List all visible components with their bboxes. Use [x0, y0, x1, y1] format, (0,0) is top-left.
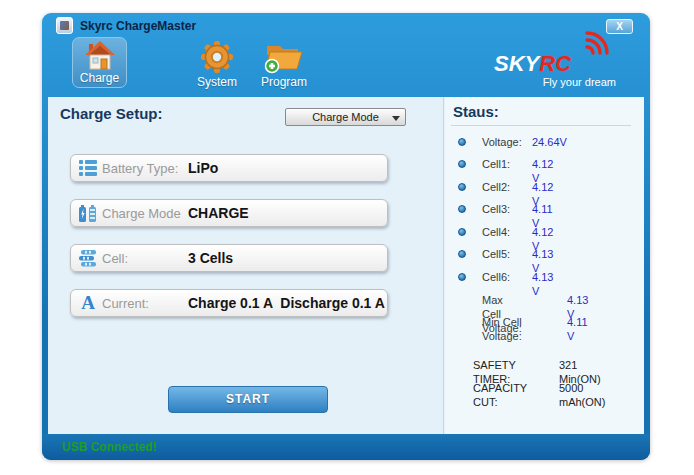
gear-icon: [187, 39, 247, 75]
app-icon: [56, 17, 73, 34]
status-label: Cell2:: [482, 180, 510, 194]
status-value: 5000 mAh(ON): [559, 381, 605, 409]
status-label: Cell6:: [482, 270, 510, 284]
charge-mode-field[interactable]: Charge Mode CHARGE: [70, 199, 388, 227]
main-content: Charge Setup: Charge Mode Battery: [48, 97, 644, 434]
bullet-icon: [458, 183, 466, 191]
battery-type-field[interactable]: Battery Type: LiPo: [70, 154, 388, 182]
status-panel: Staus: Voltage:24.64V Cell1:4.12 V Cell2…: [445, 97, 644, 434]
current-label: Current:: [100, 296, 188, 311]
list-icon: [76, 159, 100, 177]
status-label: Cell3:: [482, 202, 510, 216]
status-label: Min Cell Voltage:: [482, 315, 522, 343]
charge-mode-dropdown[interactable]: Charge Mode: [285, 108, 406, 126]
bullet-icon: [458, 228, 466, 236]
current-field[interactable]: A Current: Charge 0.1 A Discharge 0.1 A: [70, 289, 388, 317]
header: Skyrc ChargeMaster X Charge: [42, 13, 650, 97]
status-value: 4.11 V: [567, 315, 588, 343]
toolbar-item-charge[interactable]: Charge: [72, 37, 127, 88]
bullet-icon: [458, 250, 466, 258]
status-value: 4.13 V: [532, 270, 553, 298]
folder-plus-icon: [254, 39, 314, 75]
bullet-icon: [458, 273, 466, 281]
ampere-icon: A: [76, 294, 100, 312]
chevron-down-icon: [392, 116, 400, 121]
charge-mode-label: Charge Mode: [100, 206, 188, 221]
signal-arcs-icon: [580, 25, 614, 59]
logo-sky: SKY: [494, 51, 539, 76]
logo-wordmark: SKYRC: [494, 51, 571, 77]
toolbar-label-system: System: [187, 75, 247, 89]
toolbar-label-program: Program: [254, 75, 314, 89]
usb-connected-message: USB Connected!: [62, 440, 157, 454]
bullet-icon: [458, 205, 466, 213]
charge-setup-panel: Charge Setup: Charge Mode Battery: [48, 97, 444, 434]
toolbar-label-charge: Charge: [73, 71, 126, 85]
status-value: 24.64V: [532, 135, 567, 149]
status-label: CAPACITY CUT:: [473, 381, 527, 409]
cell-field[interactable]: Cell: 3 Cells: [70, 244, 388, 272]
logo-rc: RC: [539, 51, 571, 76]
charge-setup-heading: Charge Setup:: [60, 105, 163, 122]
cells-icon: [76, 249, 100, 268]
charge-mode-value: CHARGE: [188, 205, 249, 221]
start-button[interactable]: START: [168, 386, 328, 413]
status-label: Cell5:: [482, 247, 510, 261]
current-value: Charge 0.1 A Discharge 0.1 A: [188, 295, 385, 311]
toolbar-item-program[interactable]: Program: [254, 39, 314, 89]
brand-logo: SKYRC Fly your dream: [492, 25, 616, 95]
cell-label: Cell:: [100, 251, 188, 266]
battery-icon: [76, 204, 100, 223]
window-title: Skyrc ChargeMaster: [80, 19, 196, 33]
battery-type-label: Battery Type:: [100, 161, 188, 176]
status-divider: [451, 125, 631, 126]
status-label: Cell1:: [482, 157, 510, 171]
status-heading: Staus:: [453, 103, 499, 120]
charge-mode-dropdown-value: Charge Mode: [312, 111, 379, 123]
status-label: Cell4:: [482, 225, 510, 239]
bullet-icon: [458, 160, 466, 168]
status-label: Voltage:: [482, 135, 522, 149]
toolbar-item-system[interactable]: System: [187, 39, 247, 89]
status-bar: USB Connected!: [42, 434, 650, 460]
app-window: Skyrc ChargeMaster X Charge: [42, 13, 650, 460]
battery-type-value: LiPo: [188, 160, 218, 176]
cell-value: 3 Cells: [188, 250, 233, 266]
logo-tagline: Fly your dream: [543, 76, 616, 88]
bullet-icon: [458, 138, 466, 146]
